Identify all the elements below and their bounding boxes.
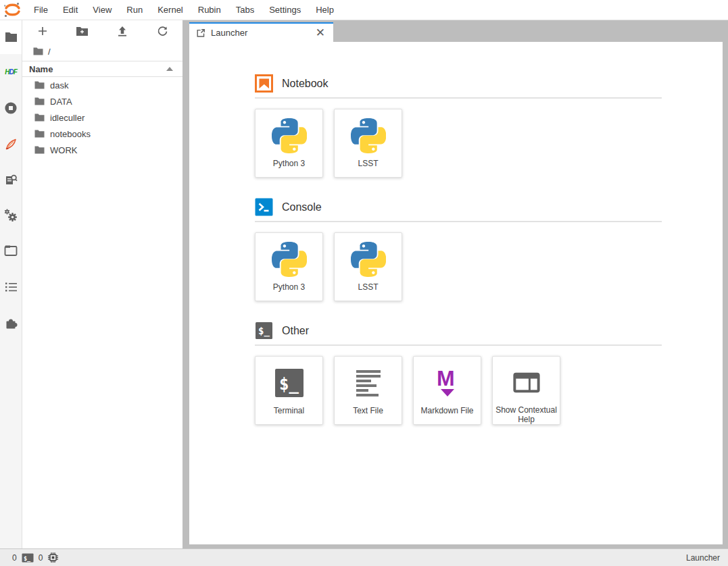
card-markdown-file[interactable]: M Markdown File (413, 356, 481, 425)
file-browser-toolbar (22, 20, 183, 42)
terminal-section-icon: $_ (255, 321, 273, 340)
svg-text:$_: $_ (24, 555, 31, 561)
sidebar-item-hdf5[interactable]: HDF (0, 54, 22, 90)
menu-run[interactable]: Run (119, 0, 150, 20)
card-terminal[interactable]: $_ Terminal (255, 356, 323, 425)
terminals-count: 0 (12, 553, 17, 563)
name-column-header[interactable]: Name (22, 61, 183, 77)
status-bar: 0 $_ 0 Launcher (0, 548, 728, 566)
menu-edit[interactable]: Edit (55, 0, 85, 20)
close-icon[interactable]: ✕ (313, 27, 328, 38)
jupyterlab-window: File Edit View Run Kernel Rubin Tabs Set… (0, 0, 728, 566)
contextual-help-icon (509, 365, 544, 400)
main-area: HDF (0, 20, 728, 548)
activity-sidebar: HDF (0, 20, 22, 548)
section-divider (255, 97, 662, 99)
sidebar-item-property-inspector[interactable] (0, 161, 22, 197)
column-header-label: Name (29, 64, 53, 74)
refresh-icon (157, 26, 168, 37)
current-activity-label: Launcher (686, 553, 720, 563)
upload-button[interactable] (103, 20, 143, 42)
card-notebook-lsst[interactable]: LSST (334, 109, 402, 178)
gears-icon (4, 209, 18, 222)
python-logo-icon (272, 242, 307, 277)
menu-tabs[interactable]: Tabs (228, 0, 262, 20)
new-launcher-button[interactable] (22, 20, 62, 42)
card-label: Markdown File (418, 406, 476, 415)
svg-text:$_: $_ (279, 375, 299, 394)
inspector-icon (4, 173, 18, 186)
breadcrumb[interactable]: / (22, 42, 183, 61)
launcher-section-notebook: Notebook Python 3 LSST (255, 74, 662, 178)
refresh-button[interactable] (143, 20, 183, 42)
svg-text:$_: $_ (258, 326, 270, 337)
sidebar-item-table-of-contents[interactable] (0, 269, 22, 305)
running-sessions-status[interactable]: 0 $_ 0 (12, 552, 59, 563)
folder-row-idleculler[interactable]: idleculler (22, 109, 183, 126)
notebook-icon (255, 74, 273, 93)
breadcrumb-root: / (48, 47, 51, 57)
menu-rubin[interactable]: Rubin (191, 0, 228, 20)
folder-name: notebooks (50, 129, 91, 139)
open-tabs-icon (4, 245, 18, 257)
card-label: LSST (355, 159, 381, 168)
python-logo-icon (272, 118, 307, 153)
folder-row-data[interactable]: DATA (22, 93, 183, 109)
card-console-lsst[interactable]: LSST (334, 232, 402, 301)
folder-row-notebooks[interactable]: notebooks (22, 126, 183, 142)
upload-icon (117, 26, 128, 37)
terminal-mini-icon: $_ (22, 553, 34, 563)
section-divider (255, 344, 662, 346)
card-label: Text File (350, 406, 386, 415)
sidebar-item-extension-manager[interactable] (0, 305, 22, 340)
home-folder-icon (33, 47, 43, 55)
text-file-icon (351, 365, 386, 401)
sidebar-item-running-sessions[interactable] (0, 90, 22, 126)
folder-row-work[interactable]: WORK (22, 142, 183, 158)
card-show-contextual-help[interactable]: Show Contextual Help (492, 356, 560, 425)
card-label: LSST (355, 282, 381, 292)
launcher-panel: Notebook Python 3 LSST (189, 42, 723, 544)
menu-help[interactable]: Help (308, 0, 341, 20)
folder-name: DATA (50, 97, 72, 107)
tab-bar: Launcher ✕ (189, 22, 723, 42)
section-title: Console (282, 201, 322, 213)
console-icon (255, 198, 273, 216)
section-title: Notebook (282, 78, 329, 90)
tab-label: Launcher (211, 28, 247, 38)
folder-row-dask[interactable]: dask (22, 77, 183, 93)
card-console-python3[interactable]: Python 3 (255, 232, 323, 301)
folder-name: dask (50, 80, 68, 91)
sort-ascending-icon (166, 67, 173, 71)
card-notebook-python3[interactable]: Python 3 (255, 109, 323, 178)
menu-view[interactable]: View (85, 0, 119, 20)
kernel-chip-icon (47, 552, 59, 563)
menu-kernel[interactable]: Kernel (150, 0, 191, 20)
python-logo-icon (351, 242, 386, 277)
menu-file[interactable]: File (26, 0, 55, 20)
new-folder-button[interactable] (62, 20, 102, 42)
card-text-file[interactable]: Text File (334, 356, 402, 425)
folder-icon (34, 113, 45, 122)
folder-icon (34, 146, 45, 154)
card-label: Show Contextual Help (493, 405, 560, 424)
menu-bar: File Edit View Run Kernel Rubin Tabs Set… (0, 0, 728, 20)
card-label: Terminal (271, 406, 307, 415)
running-sessions-icon (4, 101, 18, 115)
folder-icon (5, 32, 18, 43)
new-folder-icon (76, 26, 89, 36)
file-browser-panel: / Name dask DATA idleculler notebooks (22, 20, 183, 548)
sidebar-item-open-tabs[interactable] (0, 233, 22, 269)
launcher-icon (196, 28, 205, 38)
app-logo-icon (3, 2, 22, 18)
tab-launcher[interactable]: Launcher ✕ (189, 22, 333, 42)
folder-icon (34, 130, 45, 138)
sidebar-item-feather[interactable] (0, 126, 22, 161)
folder-name: WORK (50, 145, 77, 155)
sidebar-item-file-browser[interactable] (0, 20, 22, 54)
sidebar-item-gears[interactable] (0, 197, 22, 233)
section-title: Other (282, 325, 309, 337)
menu-settings[interactable]: Settings (262, 0, 308, 20)
hdf5-icon: HDF (5, 68, 17, 76)
dock-panel: Launcher ✕ Notebook (183, 20, 728, 548)
